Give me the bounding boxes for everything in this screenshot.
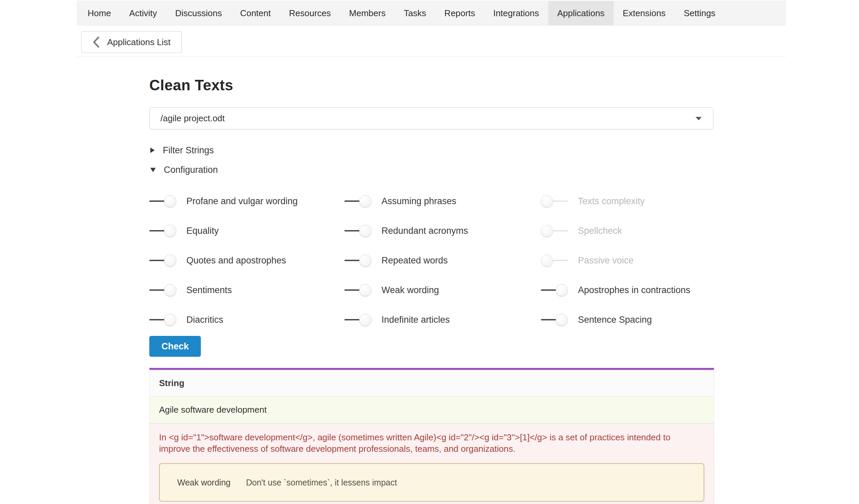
- switch-knob[interactable]: [359, 195, 371, 207]
- toggle-cell-quotes-and-apostrophes: Quotes and apostrophes: [149, 246, 344, 275]
- results-panel: String Agile software development In <g …: [149, 368, 714, 504]
- configuration-label: Configuration: [164, 165, 218, 175]
- toggle-switch-repeated-words[interactable]: [344, 254, 371, 267]
- toggle-cell-weak-wording: Weak wording: [344, 275, 541, 305]
- toggle-switch-weak-wording[interactable]: [344, 284, 371, 296]
- switch-knob[interactable]: [541, 195, 553, 207]
- toggle-cell-profane-and-vulgar-wording: Profane and vulgar wording: [149, 186, 344, 216]
- toggle-switch-apostrophes-in-contractions[interactable]: [541, 284, 568, 296]
- triangle-down-icon: [150, 168, 156, 172]
- string-detail: In <g id="1">software development</g>, a…: [150, 424, 714, 504]
- nav-item-settings[interactable]: Settings: [675, 1, 725, 25]
- issue-message: Don't use `sometimes`, it lessens impact: [246, 478, 397, 488]
- clean-texts-page: HomeActivityDiscussionsContentResourcesM…: [0, 0, 859, 504]
- toggle-label-diacritics: Diacritics: [186, 315, 223, 325]
- toggle-label-repeated-words: Repeated words: [381, 255, 448, 266]
- toggle-label-spellcheck: Spellcheck: [578, 226, 622, 236]
- toggle-cell-passive-voice: Passive voice: [541, 246, 715, 275]
- switch-knob[interactable]: [359, 254, 371, 266]
- nav-item-home[interactable]: Home: [78, 1, 120, 25]
- switch-knob[interactable]: [164, 225, 176, 237]
- filter-strings-section-header[interactable]: Filter Strings: [150, 144, 214, 156]
- issue-box: Weak wording Don't use `sometimes`, it l…: [159, 463, 704, 502]
- top-nav: HomeActivityDiscussionsContentResourcesM…: [77, 1, 786, 26]
- chevron-left-icon: [92, 36, 100, 48]
- nav-item-applications[interactable]: Applications: [548, 1, 614, 25]
- switch-knob[interactable]: [359, 225, 371, 237]
- switch-track: [149, 200, 166, 202]
- toggle-label-assuming-phrases: Assuming phrases: [381, 196, 456, 207]
- triangle-right-icon: [150, 148, 155, 153]
- nav-item-activity[interactable]: Activity: [120, 1, 166, 25]
- toggle-cell-spellcheck: Spellcheck: [541, 216, 715, 246]
- switch-track: [551, 260, 568, 261]
- toggle-cell-apostrophes-in-contractions: Apostrophes in contractions: [541, 275, 715, 305]
- switch-track: [149, 260, 166, 261]
- toggle-switch-profane-and-vulgar-wording[interactable]: [149, 195, 176, 208]
- file-select-value: /agile project.odt: [161, 113, 225, 124]
- switch-knob[interactable]: [164, 284, 176, 296]
- toggle-switch-quotes-and-apostrophes[interactable]: [149, 254, 176, 267]
- toggle-cell-redundant-acronyms: Redundant acronyms: [344, 216, 541, 246]
- switch-knob[interactable]: [359, 314, 371, 326]
- filter-strings-label: Filter Strings: [163, 145, 214, 156]
- toggle-label-apostrophes-in-contractions: Apostrophes in contractions: [578, 285, 690, 295]
- toggle-switch-redundant-acronyms[interactable]: [344, 224, 371, 237]
- toggle-cell-repeated-words: Repeated words: [344, 246, 541, 275]
- toggle-switch-sentiments[interactable]: [149, 284, 176, 296]
- nav-item-tasks[interactable]: Tasks: [395, 1, 435, 25]
- file-select[interactable]: /agile project.odt: [149, 107, 713, 129]
- toggle-switch-assuming-phrases[interactable]: [344, 195, 371, 208]
- nav-item-resources[interactable]: Resources: [280, 1, 340, 25]
- toggle-label-quotes-and-apostrophes: Quotes and apostrophes: [186, 255, 286, 266]
- nav-item-members[interactable]: Members: [340, 1, 395, 25]
- switch-track: [344, 319, 361, 320]
- toggle-label-texts-complexity: Texts complexity: [578, 196, 645, 207]
- switch-knob[interactable]: [164, 254, 176, 266]
- nav-item-discussions[interactable]: Discussions: [166, 1, 231, 25]
- applications-list-back-button[interactable]: Applications List: [81, 31, 182, 53]
- toggle-switch-spellcheck[interactable]: [541, 224, 568, 237]
- toggle-cell-equality: Equality: [149, 216, 344, 246]
- toggle-switch-sentence-spacing[interactable]: [541, 313, 568, 326]
- switch-knob[interactable]: [556, 284, 568, 296]
- switch-track: [344, 200, 361, 202]
- switch-track: [551, 200, 568, 202]
- switch-track: [541, 289, 558, 291]
- switch-track: [344, 289, 361, 291]
- toggle-label-sentence-spacing: Sentence Spacing: [578, 315, 652, 325]
- configuration-section-header[interactable]: Configuration: [150, 164, 218, 176]
- results-header: String: [150, 370, 714, 397]
- toggle-cell-assuming-phrases: Assuming phrases: [344, 186, 541, 216]
- nav-item-reports[interactable]: Reports: [435, 1, 484, 25]
- toggle-switch-equality[interactable]: [149, 224, 176, 237]
- string-row[interactable]: Agile software development: [150, 397, 714, 424]
- check-button[interactable]: Check: [149, 336, 201, 357]
- switch-knob[interactable]: [541, 225, 553, 237]
- toggle-grid: Profane and vulgar wordingAssuming phras…: [149, 186, 715, 335]
- toggle-label-passive-voice: Passive voice: [578, 255, 634, 266]
- switch-knob[interactable]: [359, 284, 371, 296]
- switch-knob[interactable]: [541, 254, 553, 266]
- switch-knob[interactable]: [556, 314, 568, 326]
- caret-down-icon: [696, 117, 702, 120]
- switch-knob[interactable]: [164, 314, 176, 326]
- toggle-label-weak-wording: Weak wording: [381, 285, 439, 295]
- nav-item-integrations[interactable]: Integrations: [484, 1, 548, 25]
- flagged-string-text: In <g id="1">software development</g>, a…: [159, 431, 702, 455]
- switch-track: [541, 319, 558, 320]
- switch-track: [344, 230, 361, 231]
- toggle-switch-diacritics[interactable]: [149, 313, 176, 326]
- toggle-switch-texts-complexity[interactable]: [541, 195, 568, 208]
- switch-track: [149, 230, 166, 231]
- nav-item-content[interactable]: Content: [231, 1, 280, 25]
- header-divider: [77, 57, 786, 57]
- toggle-switch-indefinite-articles[interactable]: [344, 313, 371, 326]
- switch-knob[interactable]: [164, 195, 176, 207]
- nav-item-extensions[interactable]: Extensions: [614, 1, 675, 25]
- toggle-cell-indefinite-articles: Indefinite articles: [344, 305, 541, 335]
- toggle-switch-passive-voice[interactable]: [541, 254, 568, 267]
- toggle-label-indefinite-articles: Indefinite articles: [381, 315, 450, 325]
- switch-track: [551, 230, 568, 231]
- toggle-label-redundant-acronyms: Redundant acronyms: [381, 226, 468, 236]
